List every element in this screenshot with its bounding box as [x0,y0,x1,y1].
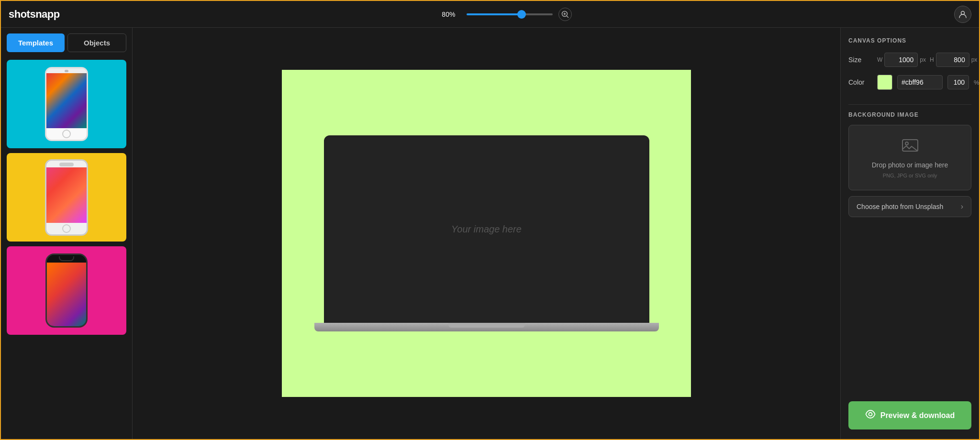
phone-camera-dot [65,70,68,72]
templates-list [1,56,132,439]
phone-mockup-2 [45,159,88,236]
phone-notch-top [47,255,86,263]
color-label: Color [848,78,872,86]
right-panel: CANVAS OPTIONS Size W px H px Color [840,28,979,439]
drop-zone-subtext: PNG, JPG or SVG only [883,173,937,178]
template-card-2[interactable] [7,153,126,242]
height-input[interactable] [936,53,969,67]
color-row: Color % [848,75,971,90]
image-upload-icon [902,137,919,157]
phone-notch-bump [59,256,74,261]
phone-home-button [62,224,71,233]
drop-zone-text: Drop photo or image here [872,161,948,169]
laptop-base [314,323,659,331]
zoom-in-button[interactable] [558,8,572,21]
laptop-screen-outer: Your image here [324,135,649,323]
canvas-area: Your image here [133,28,840,439]
zoom-label: 80% [442,11,461,18]
size-row: Size W px H px [848,53,971,67]
app-logo: shotsnapp [9,8,60,21]
width-input-group: W px [877,53,926,67]
width-input[interactable] [884,53,918,67]
bg-image-title: BACKGROUND IMAGE [848,111,971,118]
tab-objects[interactable]: Objects [67,33,126,52]
opacity-unit: % [974,79,979,86]
zoom-slider[interactable] [467,13,553,15]
svg-point-6 [905,142,908,145]
user-account-button[interactable] [954,6,971,23]
panel-title: CANVAS OPTIONS [848,37,971,44]
main-layout: Templates Objects [1,28,979,439]
opacity-input[interactable] [947,75,969,89]
phone-top-bar [46,68,87,73]
zoom-controls: 80% [442,8,572,21]
laptop-foot [448,323,525,328]
preview-download-button[interactable]: Preview & download [848,401,971,429]
phone-screen-3 [47,263,86,326]
svg-line-3 [567,16,568,17]
phone-screen-1 [46,73,87,128]
section-divider [848,104,971,105]
template-card-3[interactable] [7,246,126,335]
phone-mockup-3 [45,253,88,328]
phone-mockup-1 [45,67,88,141]
screen-fill [47,263,86,326]
left-sidebar: Templates Objects [1,28,133,439]
phone-home-button [62,130,71,138]
top-bar: shotsnapp 80% [1,1,979,28]
eye-icon [865,409,876,422]
unsplash-button[interactable]: Choose photo from Unsplash › [848,196,971,217]
phone-screen-2 [46,167,87,223]
chevron-right-icon: › [961,202,963,211]
template-card-1[interactable] [7,60,126,148]
height-input-group: H px [930,53,977,67]
preview-download-label: Preview & download [880,411,955,420]
color-swatch[interactable] [877,75,892,90]
tab-bar: Templates Objects [1,28,132,56]
width-label: W [877,56,882,63]
screen-fill [46,167,87,223]
width-unit: px [920,56,926,63]
drop-zone[interactable]: Drop photo or image here PNG, JPG or SVG… [848,125,971,190]
tab-templates[interactable]: Templates [7,33,65,52]
height-label: H [930,56,934,63]
svg-point-7 [869,413,872,416]
canvas-background[interactable]: Your image here [282,70,691,397]
image-placeholder: Your image here [451,224,522,235]
laptop-mockup: Your image here [324,135,649,331]
screen-fill [46,73,87,128]
size-label: Size [848,56,872,64]
laptop-screen-inner: Your image here [327,138,646,320]
height-unit: px [971,56,978,63]
unsplash-label: Choose photo from Unsplash [857,203,943,210]
phone-notch [59,163,74,166]
size-inputs: W px H px [877,53,977,67]
color-hex-input[interactable] [897,75,943,89]
